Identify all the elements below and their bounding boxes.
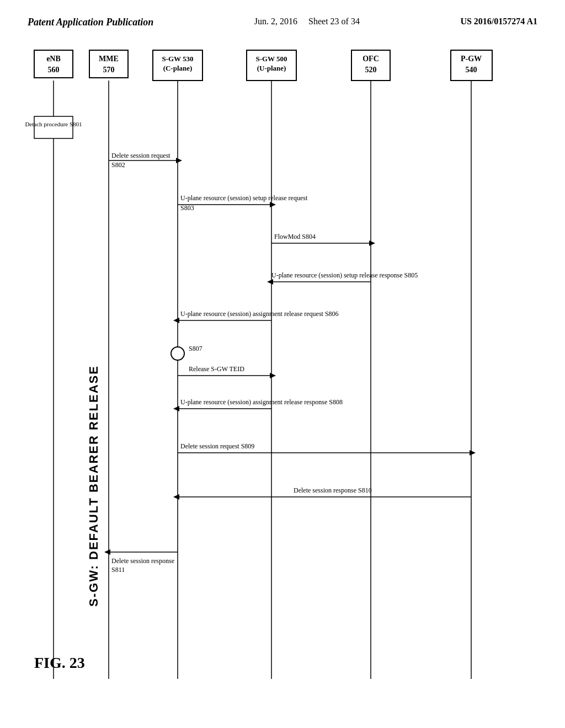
fig-label: FIG. 23	[34, 654, 85, 671]
s801-label1: Detach procedure S801	[25, 121, 82, 127]
entity-sgw-u-label1: S-GW 500	[255, 55, 287, 63]
page-header: Patent Application Publication Jun. 2, 2…	[0, 0, 565, 34]
entity-mme-label: MME	[99, 55, 119, 63]
sequence-diagram: eNB 560 MME 570 S-GW 530 (C-plane) S-GW …	[18, 45, 547, 684]
s804-arrowhead	[369, 240, 375, 246]
entity-mme-num: 570	[103, 66, 115, 74]
s802-label2: S802	[111, 161, 125, 169]
s809-arrowhead	[470, 450, 476, 456]
entity-enb-num: 560	[48, 66, 60, 74]
s806-arrowhead	[173, 318, 179, 323]
sheet-number: Sheet 23 of 34	[308, 17, 360, 26]
s811-label2: S811	[111, 566, 125, 574]
s803-arrowhead	[270, 202, 276, 207]
entity-ofc-label2: 520	[365, 66, 377, 74]
s811-arrowhead	[104, 549, 110, 555]
release-teid-label: Release S-GW TEID	[189, 365, 244, 373]
entity-pgw-label1: P-GW	[461, 55, 482, 63]
pub-date: Jun. 2, 2016	[254, 17, 297, 26]
s805-arrowhead	[267, 279, 273, 285]
s808-label: U-plane resource (session) assignment re…	[180, 398, 343, 406]
diagram-title: S-GW: DEFAULT BEARER RELEASE	[87, 365, 100, 607]
s803-label2: S803	[180, 204, 194, 212]
entity-pgw-label2: 540	[466, 66, 477, 74]
patent-number: US 2016/0157274 A1	[460, 17, 537, 26]
s801-box	[34, 116, 73, 138]
s804-label: FlowMod S804	[274, 233, 316, 240]
entity-sgw-u-label2: (U-plane)	[257, 64, 286, 72]
diagram-area: eNB 560 MME 570 S-GW 530 (C-plane) S-GW …	[18, 45, 547, 695]
s803-label1: U-plane resource (session) setup release…	[180, 194, 308, 202]
s811-label1: Delete session response	[111, 557, 174, 565]
entity-sgw-c-label1: S-GW 530	[162, 55, 193, 63]
s809-label: Delete session request S809	[180, 442, 254, 450]
entity-ofc-label1: OFC	[363, 55, 379, 63]
date-sheet: Jun. 2, 2016 Sheet 23 of 34	[254, 17, 360, 26]
s807-label: S807	[189, 345, 202, 352]
entity-sgw-c-label2: (C-plane)	[163, 64, 193, 72]
s810-label: Delete session response S810	[294, 486, 372, 494]
s808-arrowhead	[173, 406, 179, 411]
s806-label: U-plane resource (session) assignment re…	[180, 310, 339, 318]
entity-enb-label: eNB	[46, 55, 61, 63]
s802-arrowhead	[176, 158, 182, 163]
release-teid-arrowhead	[270, 373, 276, 378]
s807-circle	[171, 347, 184, 360]
s805-label: U-plane resource (session) setup release…	[271, 271, 418, 279]
publication-title: Patent Application Publication	[28, 17, 153, 28]
s810-arrowhead	[173, 494, 179, 500]
s802-label1: Delete session request	[111, 152, 170, 159]
